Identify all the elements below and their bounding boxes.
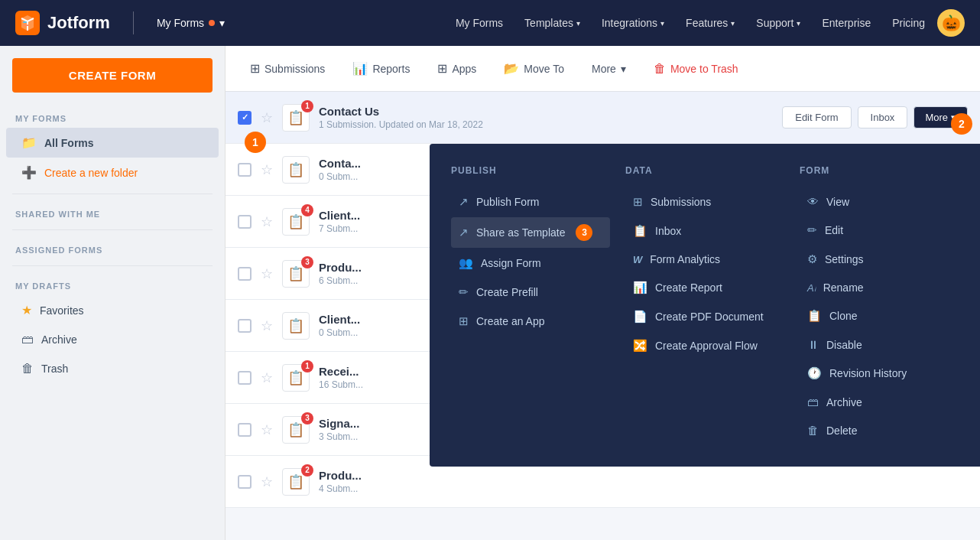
sidebar-item-create-folder[interactable]: ➕ Create a new folder: [6, 158, 219, 187]
create-app-icon: ⊞: [459, 314, 469, 328]
submissions-dd-icon: ⊞: [633, 195, 643, 209]
form-actions-1: Edit Form Inbox More ▾: [782, 106, 968, 128]
dropdown-item-assign-form[interactable]: 👥 Assign Form: [451, 249, 610, 277]
data-header: DATA: [625, 165, 784, 176]
form-thumb-8: 📋 2: [282, 468, 310, 496]
star-button-6[interactable]: ☆: [261, 369, 273, 386]
archive-label: Archive: [41, 333, 77, 346]
dropdown-item-delete[interactable]: 🗑 Delete: [800, 417, 959, 444]
dropdown-item-form-analytics[interactable]: W Form Analytics: [625, 246, 784, 272]
dropdown-item-create-report[interactable]: 📊 Create Report: [625, 274, 784, 301]
form-checkbox-5[interactable]: [238, 319, 251, 333]
nav-divider: [133, 11, 134, 34]
favorites-label: Favorites: [40, 304, 84, 317]
dropdown-item-view[interactable]: 👁 View: [800, 188, 959, 215]
form-checkbox-4[interactable]: [238, 267, 251, 281]
nav-pricing[interactable]: Pricing: [883, 12, 934, 34]
form-thumb-6: 📋 1: [282, 364, 310, 392]
nav-support[interactable]: Support ▾: [747, 12, 810, 34]
clone-label: Clone: [829, 310, 858, 322]
sidebar-item-trash[interactable]: 🗑 Trash: [6, 354, 219, 383]
star-icon: ★: [21, 303, 32, 317]
nav-enterprise[interactable]: Enterprise: [813, 12, 880, 34]
dropdown-item-rename[interactable]: Aᵢ Rename: [800, 275, 959, 301]
dropdown-item-create-prefill[interactable]: ✏ Create Prefill: [451, 278, 610, 306]
create-form-button[interactable]: CREATE FORM: [12, 58, 213, 93]
star-button-2[interactable]: ☆: [261, 161, 273, 178]
features-chevron: ▾: [731, 19, 735, 28]
dropdown-item-approval-flow[interactable]: 🔀 Create Approval Flow: [625, 332, 784, 359]
inbox-dd-icon: 📋: [633, 224, 647, 238]
my-forms-section-label: MY FORMS: [0, 105, 225, 128]
star-button-4[interactable]: ☆: [261, 265, 273, 282]
reports-button[interactable]: 📊 Reports: [340, 55, 422, 82]
form-checkbox-2[interactable]: [238, 163, 251, 177]
submissions-label: Submissions: [264, 63, 325, 75]
star-button-1[interactable]: ☆: [261, 109, 273, 126]
dropdown-form-col: FORM 👁 View ✏ Edit ⚙ Settings: [800, 165, 959, 445]
more-form-label: More: [925, 112, 948, 123]
sidebar-item-archive[interactable]: 🗃 Archive: [6, 325, 219, 354]
star-button-8[interactable]: ☆: [261, 473, 273, 490]
dropdown-item-clone[interactable]: 📋 Clone: [800, 302, 959, 330]
dropdown-item-archive[interactable]: 🗃 Archive: [800, 389, 959, 415]
archive-dd-icon: 🗃: [807, 395, 819, 408]
user-avatar[interactable]: 🎃: [937, 9, 965, 37]
table-row[interactable]: ☆ 📋 1 Contact Us 1 Submission. Updated o…: [226, 92, 980, 144]
edit-icon: ✏: [807, 223, 817, 237]
move-to-trash-label: Move to Trash: [670, 63, 738, 75]
edit-form-button[interactable]: Edit Form: [782, 106, 851, 128]
approval-flow-icon: 🔀: [633, 339, 647, 353]
star-button-3[interactable]: ☆: [261, 213, 273, 230]
dropdown-menu[interactable]: PUBLISH ↗ Publish Form ↗ Share as Templa…: [430, 144, 980, 467]
create-folder-label: Create a new folder: [44, 167, 138, 179]
star-button-7[interactable]: ☆: [261, 421, 273, 438]
dropdown-item-create-pdf[interactable]: 📄 Create PDF Document: [625, 303, 784, 330]
form-checkbox-8[interactable]: [238, 475, 251, 489]
more-toolbar-button[interactable]: More ▾: [579, 57, 638, 81]
nav-my-forms[interactable]: My Forms: [446, 12, 512, 34]
inbox-button[interactable]: Inbox: [858, 106, 908, 128]
dropdown-item-inbox[interactable]: 📋 Inbox: [625, 217, 784, 245]
dropdown-item-disable[interactable]: ⏸ Disable: [800, 331, 959, 358]
move-to-label: Move To: [524, 63, 564, 75]
my-forms-nav[interactable]: My Forms ▾: [157, 17, 225, 29]
submissions-button[interactable]: ⊞ Submissions: [238, 55, 337, 82]
form-thumb-3: 📋 4: [282, 208, 310, 236]
nav-templates[interactable]: Templates ▾: [515, 12, 589, 34]
dropdown-item-share-template[interactable]: ↗ Share as Template 3: [451, 217, 610, 248]
all-forms-label: All Forms: [44, 137, 94, 149]
delete-icon: 🗑: [807, 424, 819, 437]
form-badge-1: 1: [301, 100, 313, 112]
publish-header: PUBLISH: [451, 165, 610, 176]
nav-integrations[interactable]: Integrations ▾: [592, 12, 673, 34]
star-button-5[interactable]: ☆: [261, 317, 273, 334]
more-toolbar-label: More: [592, 63, 616, 75]
form-checkbox-7[interactable]: [238, 423, 251, 437]
disable-icon: ⏸: [807, 338, 819, 351]
move-to-trash-button[interactable]: 🗑 Move to Trash: [641, 56, 751, 82]
support-chevron: ▾: [797, 19, 800, 28]
move-to-button[interactable]: 📂 Move To: [492, 55, 576, 82]
more-chevron-icon: ▾: [621, 63, 626, 75]
dropdown-item-settings[interactable]: ⚙ Settings: [800, 246, 959, 273]
form-checkbox-1[interactable]: [238, 111, 251, 125]
dropdown-item-revision-history[interactable]: 🕐 Revision History: [800, 359, 959, 387]
dropdown-item-create-app[interactable]: ⊞ Create an App: [451, 307, 610, 335]
form-checkbox-6[interactable]: [238, 371, 251, 385]
dropdown-item-edit[interactable]: ✏ Edit: [800, 216, 959, 244]
form-info-8: Produ... 4 Subm...: [319, 469, 968, 494]
jotform-logo-icon: [15, 11, 40, 35]
reports-label: Reports: [372, 63, 410, 75]
create-prefill-label: Create Prefill: [476, 286, 538, 298]
apps-label: Apps: [452, 63, 476, 75]
nav-features[interactable]: Features ▾: [677, 12, 744, 34]
rename-icon: Aᵢ: [807, 282, 816, 294]
sidebar-item-favorites[interactable]: ★ Favorites: [6, 295, 219, 325]
sidebar-item-all-forms[interactable]: 📁 All Forms: [6, 128, 219, 158]
apps-button[interactable]: ⊞ Apps: [425, 55, 488, 82]
dropdown-item-publish-form[interactable]: ↗ Publish Form: [451, 188, 610, 216]
logo-text: Jotform: [47, 13, 110, 33]
form-checkbox-3[interactable]: [238, 215, 251, 229]
dropdown-item-submissions[interactable]: ⊞ Submissions: [625, 188, 784, 216]
